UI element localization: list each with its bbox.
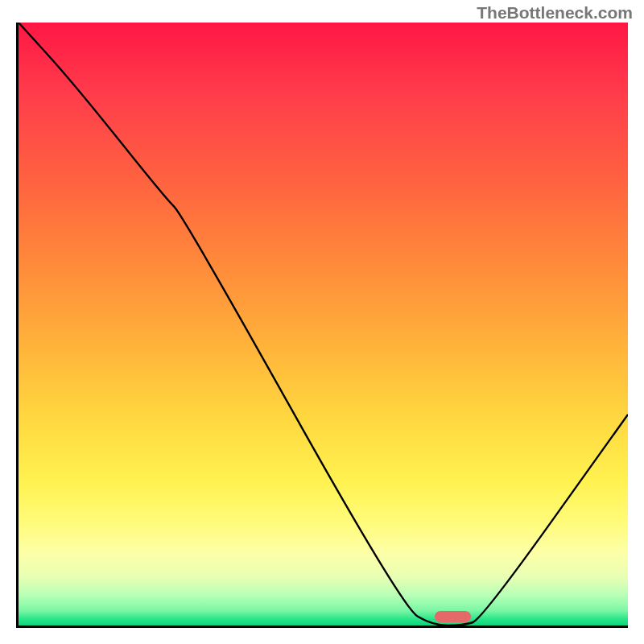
watermark-text: TheBottleneck.com xyxy=(477,3,633,23)
chart-container: TheBottleneck.com xyxy=(0,0,644,644)
curve-path xyxy=(19,23,628,625)
line-curve xyxy=(19,23,628,625)
optimal-marker xyxy=(435,611,472,622)
plot-area xyxy=(16,23,628,628)
